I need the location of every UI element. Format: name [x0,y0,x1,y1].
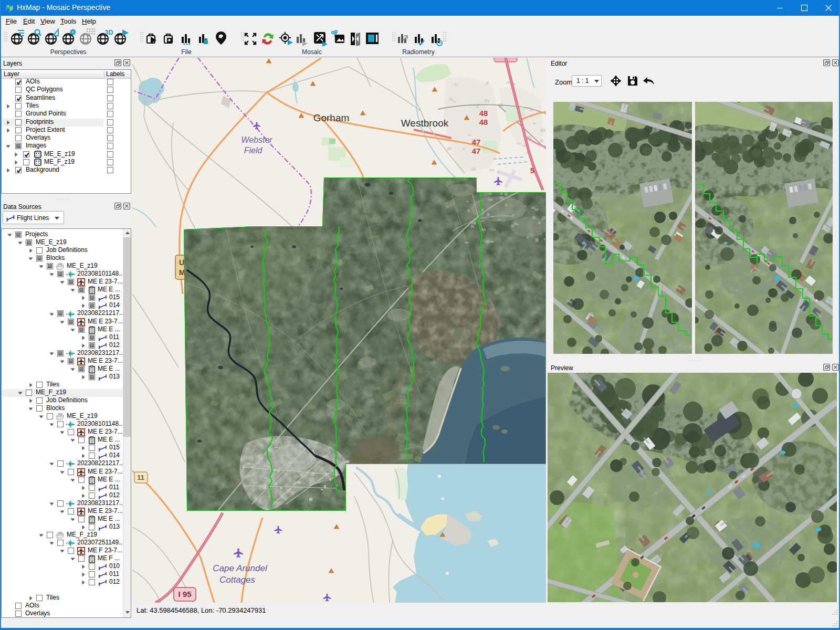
svg-text:I 95: I 95 [178,590,191,598]
svg-text:5: 5 [530,166,534,175]
svg-text:Cape Arundel: Cape Arundel [213,563,268,573]
svg-text:48: 48 [479,118,488,127]
svg-text:47: 47 [472,146,481,155]
svg-text:47: 47 [472,138,481,146]
svg-text:Westbrook: Westbrook [401,118,449,129]
svg-text:Cottages: Cottages [219,575,256,585]
svg-text:11: 11 [137,474,144,481]
svg-text:48: 48 [479,109,488,118]
svg-text:Gorham: Gorham [313,112,350,123]
svg-text:Webster: Webster [241,135,272,144]
svg-text:Field: Field [244,146,263,155]
